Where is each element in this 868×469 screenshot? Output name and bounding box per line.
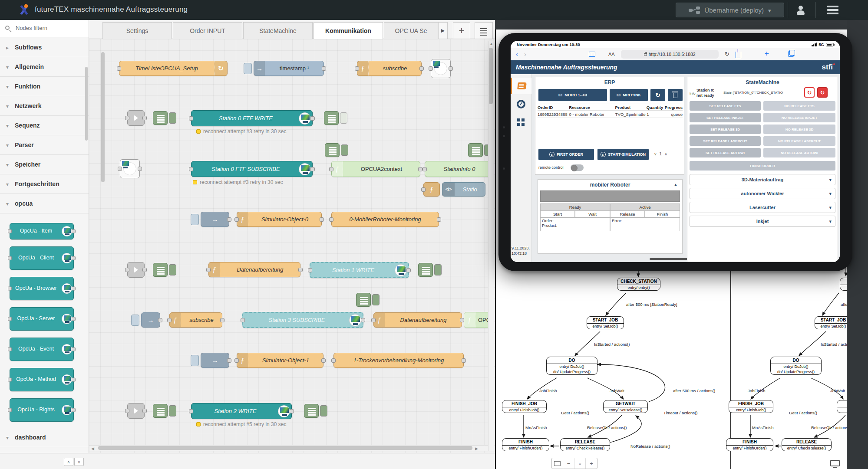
palette-category-speicher[interactable]: Speicher <box>0 155 89 174</box>
node-timeliste-opcua-setup[interactable]: TimeListeOPCUA_Setup <box>119 61 228 76</box>
set-release-3d-button[interactable]: SET RELEASE 3D <box>690 125 761 134</box>
zoom-out-icon[interactable] <box>563 458 574 469</box>
node-json[interactable] <box>153 111 176 125</box>
set-release-autowi-button[interactable]: SET RELEASE AUTOWI <box>690 148 761 157</box>
palette-node-opcua-method[interactable]: OpcUa - Method <box>10 368 74 391</box>
inject-button[interactable] <box>244 63 252 74</box>
moro-button[interactable]: MORO 1-->3 <box>538 89 607 101</box>
palette-category-subflows[interactable]: Subflows <box>0 38 89 57</box>
bookmarks-icon[interactable] <box>589 52 595 57</box>
delete-button[interactable] <box>668 89 683 101</box>
deploy-caret-icon[interactable] <box>768 7 771 14</box>
palette-category-netzwerk[interactable]: Netzwerk <box>0 96 89 116</box>
node-link-in[interactable] <box>127 110 145 126</box>
reset-button-outline[interactable]: ↻ <box>804 87 815 98</box>
palette-category-dashboard[interactable]: dashboard <box>0 428 89 447</box>
node-station1-write[interactable]: Station 1 WRITE <box>310 262 409 278</box>
node-inject[interactable] <box>141 312 160 328</box>
dropdown-autonomer-wickler[interactable]: autonomer Wickler <box>690 188 835 199</box>
reload-icon[interactable]: ↻ <box>725 51 729 57</box>
new-tab-icon[interactable]: + <box>765 49 769 59</box>
node-link-in[interactable] <box>127 403 145 419</box>
add-flow-button[interactable] <box>453 22 470 39</box>
collapse-caret-icon[interactable]: ▲ <box>673 182 678 187</box>
reader-button[interactable]: AA <box>608 52 615 57</box>
stepper-up-icon[interactable]: ∧ <box>664 152 667 156</box>
canvas-hscroll-thumb[interactable] <box>98 446 472 450</box>
tab-kommunikation[interactable]: Kommunikation <box>314 22 383 39</box>
tab-order-input[interactable]: Order INPUT <box>173 22 242 39</box>
inject-button[interactable] <box>191 355 199 366</box>
debug-toggle[interactable] <box>320 405 327 417</box>
node-trockenvorbehandlung-monitoring[interactable]: 1-Trockenvorbehandlung-Monitoring <box>333 353 464 368</box>
collapse-palette-button[interactable]: ∧ <box>64 458 73 466</box>
sidebar-item-grid[interactable] <box>511 114 531 131</box>
node-station0-ftf-write[interactable]: Station 0 FTF WRITE <box>191 110 313 126</box>
remote-control-toggle[interactable] <box>571 164 584 171</box>
expand-palette-button[interactable]: ∨ <box>74 458 84 466</box>
node-json[interactable] <box>153 263 176 277</box>
no-release-inkjet-button[interactable]: NO RELEASE INKJET <box>763 113 835 122</box>
palette-category-opcua[interactable]: opcua <box>0 194 89 213</box>
diagram-zoom-controls[interactable] <box>551 458 597 469</box>
palette-category-parser[interactable]: Parser <box>0 135 89 155</box>
node-station0-ftf-subscribe[interactable]: Station 0 FTF SUBSCRIBE <box>191 161 313 177</box>
flow-canvas[interactable] <box>89 39 495 453</box>
scroll-left-icon[interactable]: ◀ <box>91 446 94 451</box>
set-release-fts-button[interactable]: SET RELEASE FTS <box>690 101 761 111</box>
node-opcua2context[interactable]: OPCUA2context <box>331 161 420 177</box>
node-function-subscribe[interactable]: subscribe <box>357 61 422 76</box>
inject-button[interactable] <box>191 214 199 225</box>
back-icon[interactable]: ‹ <box>516 50 518 58</box>
node-station2-write[interactable]: Station 2 WRITE <box>191 403 292 419</box>
canvas-left-scrollbar[interactable] <box>101 52 105 182</box>
stepper-down-icon[interactable]: ∨ <box>654 152 657 156</box>
palette-category-fortgeschritten[interactable]: Fortgeschritten <box>0 174 89 194</box>
no-release-fts-button[interactable]: NO RELEASE FTS <box>763 101 835 111</box>
tabs-icon[interactable] <box>788 51 794 57</box>
node-opcua-client[interactable] <box>120 159 140 178</box>
no-release-lasercut-button[interactable]: NO RELEASE LASERCUT <box>763 136 835 146</box>
refresh-button[interactable] <box>650 89 665 101</box>
minimap-icon[interactable] <box>552 458 563 469</box>
palette-node-opcua-item[interactable]: OpcUa - Item <box>10 223 74 239</box>
palette-scrollbar[interactable] <box>85 67 88 141</box>
node-json[interactable] <box>153 404 176 418</box>
palette-node-opcua-server[interactable]: OpcUa - Server <box>10 307 74 331</box>
screen-share-icon[interactable] <box>830 460 840 466</box>
tab-settings[interactable]: Settings <box>102 22 172 39</box>
zoom-reset-icon[interactable] <box>574 458 586 469</box>
node-debug[interactable] <box>304 404 327 418</box>
debug-toggle[interactable] <box>340 112 347 124</box>
node-debug[interactable] <box>325 143 348 157</box>
node-datenaufbereitung-2[interactable]: Datenaufbereitung <box>373 312 462 328</box>
deploy-button[interactable]: Übernahme (deploy) <box>676 3 784 17</box>
dropdown-3d-materialauftrag[interactable]: 3D-Materialauftrag <box>690 174 835 185</box>
debug-toggle[interactable] <box>372 294 380 305</box>
search-input[interactable] <box>16 25 81 31</box>
node-stationinfo-0[interactable]: StationInfo 0 <box>425 161 494 177</box>
share-icon[interactable] <box>736 52 741 58</box>
palette-category-funktion[interactable]: Funktion <box>0 77 89 96</box>
start-simulation-button[interactable]: START-SIMULATION <box>597 149 649 160</box>
node-debug[interactable] <box>324 111 347 125</box>
tab-scroll-right-button[interactable] <box>438 22 448 39</box>
debug-toggle[interactable] <box>169 405 176 417</box>
node-mobilerroboter-monitoring[interactable]: 0-MobilerRoboter-Monitoring <box>331 212 439 227</box>
node-link-in[interactable] <box>127 262 145 278</box>
node-inject-timestamp[interactable]: timestamp ¹ <box>254 61 324 76</box>
palette-category-sequenz[interactable]: Sequenz <box>0 116 89 135</box>
dropdown-lasercutter[interactable]: Lasercutter <box>690 202 835 213</box>
sidebar-item-dashboard[interactable] <box>511 96 531 112</box>
tab-statemachine[interactable]: StateMachine <box>243 22 313 39</box>
set-release-inkjet-button[interactable]: SET RELEASE INKJET <box>690 113 761 122</box>
reset-button-solid[interactable]: ↻ <box>817 87 828 98</box>
node-station3-subscribe[interactable]: Station 3 SUBSCRIBE <box>242 312 363 328</box>
forward-icon[interactable]: › <box>524 50 526 58</box>
canvas-vscroll-thumb[interactable] <box>489 48 493 104</box>
set-release-lasercut-button[interactable]: SET RELEASE LASERCUT <box>690 136 761 146</box>
flow-list-button[interactable] <box>475 22 493 39</box>
palette-node-opcua-event[interactable]: OpcUa - Event <box>10 338 74 361</box>
first-order-button[interactable]: FIRST ORDER <box>538 149 594 160</box>
palette-node-opcua-client[interactable]: OpcUa - Client <box>10 246 74 270</box>
